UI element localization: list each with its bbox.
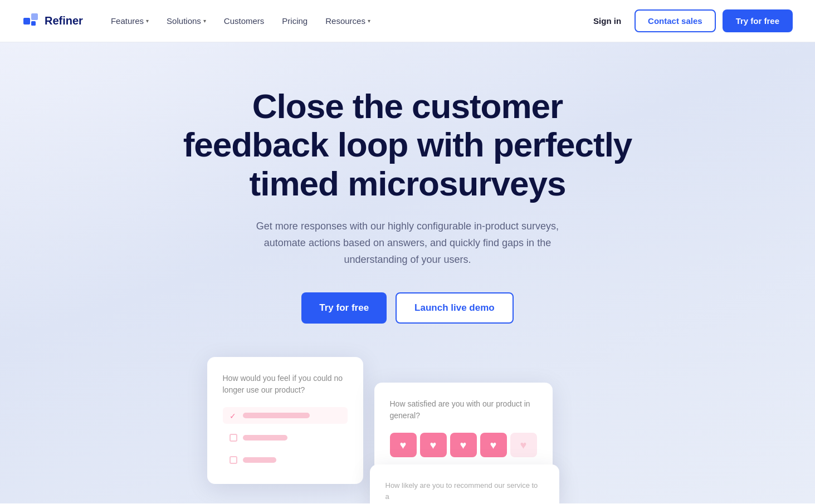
sign-in-button[interactable]: Sign in <box>587 12 628 30</box>
pmf-option-2[interactable] <box>223 429 348 446</box>
survey-card-nps: How likely are you to recommend our serv… <box>370 464 559 503</box>
pmf-options: ✓ <box>223 407 348 468</box>
hero-section: Close the customer feedback loop with pe… <box>0 42 815 503</box>
hero-ctas: Try for free Launch live demo <box>301 292 513 324</box>
nav-links: Features ▾ Solutions ▾ Customers Pricing… <box>103 12 378 30</box>
nps-question: How likely are you to recommend our serv… <box>385 480 544 502</box>
satisfaction-question: How satisfied are you with our product i… <box>390 398 537 422</box>
pmf-option-3[interactable] <box>223 452 348 468</box>
svg-rect-1 <box>31 13 38 20</box>
contact-sales-button[interactable]: Contact sales <box>635 9 716 32</box>
navbar: Refiner Features ▾ Solutions ▾ Customers… <box>0 0 815 42</box>
nav-pricing[interactable]: Pricing <box>274 12 315 30</box>
heart-4[interactable]: ♥ <box>480 433 507 457</box>
heart-2[interactable]: ♥ <box>420 433 447 457</box>
chevron-down-icon: ▾ <box>146 18 149 24</box>
logo-icon <box>22 12 40 30</box>
heart-rating-row: ♥ ♥ ♥ ♥ ♥ <box>390 433 537 457</box>
chevron-down-icon: ▾ <box>203 18 206 24</box>
try-free-nav-button[interactable]: Try for free <box>723 9 793 32</box>
heart-5[interactable]: ♥ <box>510 433 537 457</box>
svg-rect-2 <box>31 21 36 26</box>
pmf-bar-3 <box>243 457 276 463</box>
pmf-option-1[interactable]: ✓ <box>223 407 348 424</box>
logo-text: Refiner <box>45 14 83 27</box>
pmf-question: How would you feel if you could no longe… <box>223 373 348 396</box>
heart-3[interactable]: ♥ <box>450 433 477 457</box>
nav-solutions[interactable]: Solutions ▾ <box>159 12 214 30</box>
radio-icon <box>230 456 237 464</box>
hero-subtitle: Get more responses with our highly confi… <box>246 218 569 268</box>
launch-demo-button[interactable]: Launch live demo <box>396 292 514 324</box>
nav-left: Refiner Features ▾ Solutions ▾ Customers… <box>22 12 378 30</box>
chevron-down-icon: ▾ <box>368 18 370 24</box>
logo[interactable]: Refiner <box>22 12 83 30</box>
pmf-bar-2 <box>243 435 287 441</box>
survey-card-pmf: How would you feel if you could no longe… <box>207 357 363 484</box>
nav-right: Sign in Contact sales Try for free <box>587 9 793 32</box>
survey-cards-area: How would you feel if you could no longe… <box>207 357 608 484</box>
radio-icon <box>230 434 237 442</box>
svg-rect-0 <box>23 18 30 25</box>
try-free-hero-button[interactable]: Try for free <box>301 292 387 324</box>
nav-features[interactable]: Features ▾ <box>103 12 157 30</box>
check-icon: ✓ <box>230 412 237 419</box>
hero-title: Close the customer feedback loop with pe… <box>179 87 636 203</box>
pmf-bar-1 <box>243 413 310 418</box>
nav-customers[interactable]: Customers <box>216 12 272 30</box>
nav-resources[interactable]: Resources ▾ <box>318 12 378 30</box>
heart-1[interactable]: ♥ <box>390 433 417 457</box>
